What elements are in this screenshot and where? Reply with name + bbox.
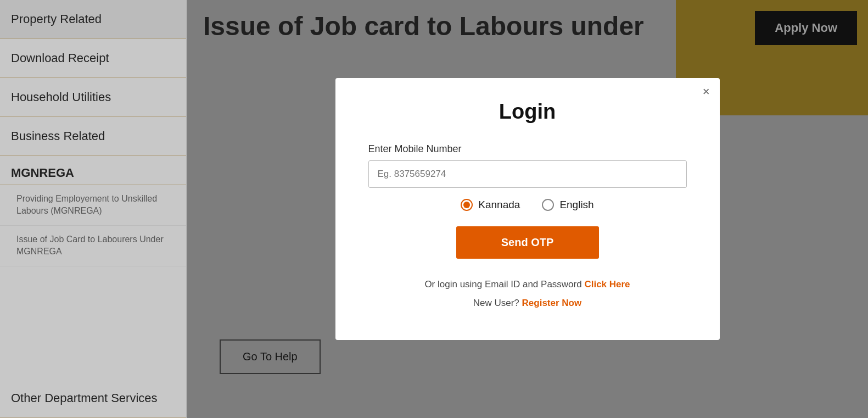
sidebar: Property Related Download Receipt Househ… — [0, 0, 187, 418]
register-now-link[interactable]: Register Now — [522, 298, 582, 308]
mobile-number-group: Enter Mobile Number — [368, 143, 687, 188]
login-modal: × Login Enter Mobile Number Kannada Engl… — [335, 78, 720, 340]
mobile-input[interactable] — [368, 160, 687, 188]
sidebar-item-mgnrega[interactable]: MGNREGA — [0, 156, 186, 185]
radio-circle-kannada — [461, 199, 473, 211]
modal-footer: Or login using Email ID and Password Cli… — [424, 275, 630, 313]
mobile-label: Enter Mobile Number — [368, 143, 687, 155]
radio-circle-english — [542, 199, 554, 211]
send-otp-button[interactable]: Send OTP — [456, 226, 599, 259]
sidebar-sub-item-issue-job-card[interactable]: Issue of Job Card to Labourers Under MGN… — [0, 226, 186, 266]
main-content: Issue of Job card to Labours under Apply… — [187, 0, 868, 418]
radio-english[interactable]: English — [542, 199, 593, 211]
sidebar-item-other-department[interactable]: Other Department Services — [0, 379, 186, 418]
modal-title: Login — [499, 100, 556, 124]
sidebar-item-business-related[interactable]: Business Related — [0, 117, 186, 156]
click-here-link[interactable]: Click Here — [584, 279, 630, 289]
sidebar-item-download-receipt[interactable]: Download Receipt — [0, 39, 186, 78]
radio-kannada[interactable]: Kannada — [461, 199, 520, 211]
language-radio-group: Kannada English — [368, 199, 687, 211]
modal-overlay: × Login Enter Mobile Number Kannada Engl… — [187, 0, 868, 418]
sidebar-sub-item-providing-employment[interactable]: Providing Employement to Unskilled Labou… — [0, 185, 186, 226]
modal-close-button[interactable]: × — [703, 86, 710, 98]
sidebar-item-property-related[interactable]: Property Related — [0, 0, 186, 39]
sidebar-item-household-utilities[interactable]: Household Utilities — [0, 78, 186, 117]
